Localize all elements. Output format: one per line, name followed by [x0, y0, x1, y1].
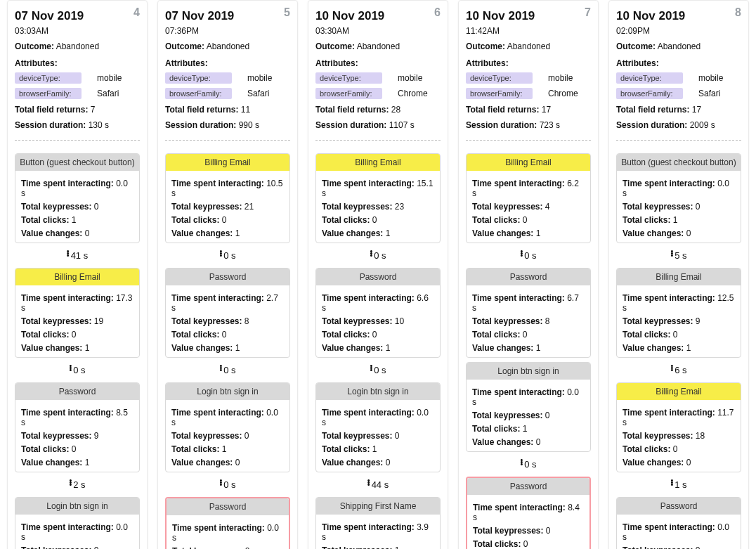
attributes-label: Attributes: — [466, 58, 591, 68]
total-clicks: Total clicks: 1 — [623, 215, 735, 225]
step-box[interactable]: Button (guest checkout button)Time spent… — [616, 153, 741, 243]
attr-key-browser: browserFamily: — [315, 88, 382, 99]
attributes-label: Attributes: — [15, 58, 140, 68]
outcome-line: Outcome: Abandoned — [466, 41, 591, 51]
total-clicks: Total clicks: 0 — [472, 330, 585, 340]
outcome-line: Outcome: Abandoned — [15, 41, 140, 51]
total-keypresses: Total keypresses: 0 — [171, 431, 284, 441]
total-keypresses: Total keypresses: 0 — [623, 202, 735, 212]
step-title: Button (guest checkout button) — [617, 154, 741, 171]
step-box[interactable]: Billing EmailTime spent interacting: 10.… — [165, 153, 290, 243]
total-keypresses: Total keypresses: 9 — [623, 316, 735, 326]
step-box[interactable]: PasswordTime spent interacting: 8.4 sTot… — [466, 477, 591, 549]
time-spent: Time spent interacting: 6.2 s — [472, 179, 585, 198]
total-clicks: Total clicks: 0 — [322, 330, 434, 340]
value-changes: Value changes: 0 — [171, 458, 284, 467]
session-column: 10 Nov 201902:09PM8Outcome: AbandonedAtt… — [608, 0, 749, 549]
column-header: 10 Nov 201911:42AM7 — [466, 9, 591, 36]
session-time: 03:30AM — [315, 26, 441, 36]
step-box[interactable]: PasswordTime spent interacting: 6.6 sTot… — [315, 268, 441, 358]
time-spent: Time spent interacting: 8.5 s — [21, 408, 133, 427]
step-box[interactable]: PasswordTime spent interacting: 8.5 sTot… — [15, 382, 140, 472]
session-index: 8 — [735, 6, 741, 19]
total-clicks: Total clicks: 0 — [322, 215, 434, 225]
time-spent: Time spent interacting: 6.6 s — [322, 293, 434, 313]
time-spent: Time spent interacting: 2.7 s — [171, 293, 284, 313]
total-keypresses: Total keypresses: 23 — [322, 202, 434, 212]
gap-marker: •••0 s — [466, 459, 591, 470]
value-changes: Value changes: 1 — [171, 343, 284, 353]
attr-key-browser: browserFamily: — [15, 88, 82, 99]
step-box[interactable]: Billing EmailTime spent interacting: 15.… — [315, 153, 441, 243]
step-box[interactable]: PasswordTime spent interacting: 0.0 sTot… — [165, 497, 290, 549]
vertical-dots-icon: ••• — [370, 250, 372, 257]
dashed-separator — [15, 140, 140, 141]
step-metrics: Time spent interacting: 3.9 sTotal keypr… — [316, 515, 440, 549]
step-box[interactable]: Button (guest checkout button)Time spent… — [15, 153, 140, 243]
time-spent: Time spent interacting: 0.0 s — [172, 523, 283, 543]
step-box[interactable]: Login btn sign inTime spent interacting:… — [315, 382, 441, 472]
total-clicks: Total clicks: 0 — [171, 330, 284, 340]
session-duration: Session duration: 2009 s — [616, 120, 741, 130]
time-spent: Time spent interacting: 0.0 s — [171, 408, 284, 427]
total-clicks: Total clicks: 0 — [171, 215, 284, 225]
gap-marker: •••0 s — [466, 250, 591, 261]
step-metrics: Time spent interacting: 8.4 sTotal keypr… — [467, 495, 589, 549]
step-box[interactable]: Billing EmailTime spent interacting: 12.… — [616, 268, 741, 358]
gap-text: 0 s — [374, 365, 386, 375]
value-changes: Value changes: 0 — [21, 228, 133, 238]
attr-row-devicetype: deviceType:mobile — [466, 72, 591, 84]
attr-key-devicetype: deviceType: — [15, 72, 82, 84]
total-keypresses: Total keypresses: 1 — [322, 545, 434, 549]
step-metrics: Time spent interacting: 6.2 sTotal keypr… — [467, 171, 590, 238]
session-column: 07 Nov 201907:36PM5Outcome: AbandonedAtt… — [157, 0, 298, 549]
session-column: 10 Nov 201911:42AM7Outcome: AbandonedAtt… — [458, 0, 599, 549]
vertical-dots-icon: ••• — [219, 250, 222, 257]
total-field-returns: Total field returns: 28 — [315, 105, 441, 115]
attributes-label: Attributes: — [616, 58, 741, 68]
step-box[interactable]: Login btn sign inTime spent interacting:… — [15, 497, 140, 549]
outcome-line: Outcome: Abandoned — [165, 41, 290, 51]
value-changes: Value changes: 0 — [623, 228, 735, 238]
session-duration: Session duration: 723 s — [466, 120, 591, 130]
step-box[interactable]: Shipping First NameTime spent interactin… — [315, 497, 441, 549]
attributes-label: Attributes: — [315, 58, 441, 68]
total-clicks: Total clicks: 0 — [472, 215, 585, 225]
session-date: 10 Nov 2019 — [616, 9, 741, 23]
session-time: 02:09PM — [616, 26, 741, 36]
step-title: Billing Email — [316, 154, 440, 171]
step-box[interactable]: PasswordTime spent interacting: 2.7 sTot… — [165, 268, 290, 358]
step-title: Login btn sign in — [166, 383, 289, 400]
gap-text: 6 s — [674, 365, 686, 375]
gap-marker: •••0 s — [15, 365, 140, 375]
step-box[interactable]: PasswordTime spent interacting: 0.0 sTot… — [616, 497, 741, 549]
time-spent: Time spent interacting: 11.7 s — [623, 408, 735, 427]
session-duration: Session duration: 990 s — [165, 120, 290, 130]
attr-val-browser: Safari — [247, 89, 269, 98]
step-title: Billing Email — [467, 154, 590, 171]
step-box[interactable]: Billing EmailTime spent interacting: 11.… — [616, 382, 741, 472]
attr-val-devicetype: mobile — [398, 73, 422, 83]
step-box[interactable]: PasswordTime spent interacting: 6.7 sTot… — [466, 268, 591, 358]
total-keypresses: Total keypresses: 10 — [322, 316, 434, 326]
value-changes: Value changes: 1 — [623, 343, 735, 353]
value-changes: Value changes: 1 — [21, 343, 133, 353]
step-box[interactable]: Billing EmailTime spent interacting: 17.… — [15, 268, 140, 358]
step-metrics: Time spent interacting: 12.5 sTotal keyp… — [617, 285, 741, 353]
step-box[interactable]: Login btn sign inTime spent interacting:… — [165, 382, 290, 472]
step-box[interactable]: Billing EmailTime spent interacting: 6.2… — [466, 153, 591, 243]
total-field-returns: Total field returns: 17 — [616, 105, 741, 115]
dashed-separator — [165, 140, 290, 141]
time-spent: Time spent interacting: 6.7 s — [472, 293, 585, 313]
session-date: 10 Nov 2019 — [466, 9, 591, 23]
step-title: Password — [166, 269, 289, 285]
vertical-dots-icon: ••• — [367, 479, 370, 486]
step-box[interactable]: Login btn sign inTime spent interacting:… — [466, 362, 591, 452]
step-metrics: Time spent interacting: 15.1 sTotal keyp… — [316, 171, 440, 238]
gap-text: 0 s — [223, 479, 235, 490]
gap-text: 0 s — [73, 365, 85, 375]
step-title: Password — [316, 269, 440, 285]
gap-marker: •••44 s — [315, 479, 441, 490]
attr-key-devicetype: deviceType: — [315, 72, 382, 84]
attr-val-devicetype: mobile — [247, 73, 272, 83]
